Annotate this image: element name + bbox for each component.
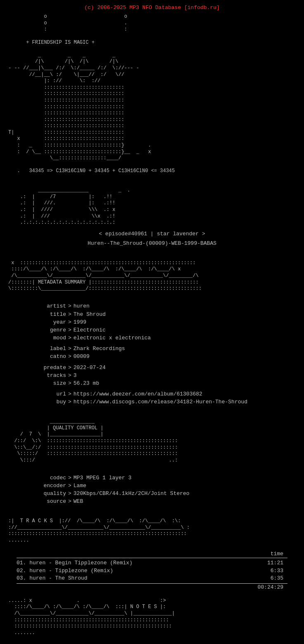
meta-val-mood: electronic x electronica [74, 334, 151, 342]
meta-val-artist: huren [74, 303, 90, 310]
meta-row-size: size > 56.23 mb [33, 380, 296, 387]
meta-key-codec: codec [33, 474, 66, 482]
meta-val-genre: Electronic [74, 327, 106, 334]
meta-row-genre: genre > Electronic [33, 327, 296, 334]
meta-val-label: Zhark Recordings [74, 345, 125, 353]
meta-key-catno: catno [33, 353, 66, 360]
episode-line: < episode#40961 | star lavender > [8, 230, 296, 238]
meta-val-encoder: Lame [74, 482, 86, 490]
meta-val-size: 56.23 mb [74, 380, 99, 387]
meta-key-year: year [33, 319, 66, 326]
meta-key-artist: artist [33, 303, 66, 310]
meta-val-year: 1999 [74, 319, 86, 326]
meta-key-quality: quality [33, 490, 66, 497]
tracks-total: 00:24:29 [17, 583, 287, 591]
metadata-block: artist > huren title > The Shroud year >… [33, 303, 296, 406]
meta-row-title: title > The Shroud [33, 311, 296, 318]
track-time-1: 11:21 [267, 559, 287, 567]
tracks-banner: :| T R A C K S |:// /\____/\ :/\____/\ :… [8, 512, 296, 551]
meta-val-tracks: 3 [74, 372, 77, 379]
track-row-2: 02. huren - Tipplezone (Remix) 6:33 [17, 567, 287, 575]
meta-key-buy: buy [33, 398, 66, 406]
meta-val-predate: 2022-07-24 [74, 364, 106, 372]
meta-key-size: size [33, 380, 66, 387]
meta-key-source: source [33, 498, 66, 505]
tracks-container: time 01. huren - Begin Tipplezone (Remix… [8, 550, 296, 591]
meta-key-genre: genre [33, 327, 66, 334]
meta-val-buy: https://www.discogs.com/release/34182-Hu… [74, 398, 247, 406]
header-credit: (c) 2006-2025 MP3 NFO Database [infodb.r… [8, 4, 296, 12]
tracks-time-header: time [17, 550, 287, 558]
metadata-banner: x ::::::::::::::::::::::::::::::::::::::… [8, 253, 296, 298]
track-time-3: 6:35 [271, 575, 287, 582]
meta-row-quality: quality > 320Kbps/CBR/44.1kHz/2CH/Joint … [33, 490, 296, 497]
meta-key-mood: mood [33, 334, 66, 342]
ascii-art-top: o o o . : : + FRIENDSHIP IS MAGIC + _ _ … [8, 14, 296, 162]
meta-val-quality: 320Kbps/CBR/44.1kHz/2CH/Joint Stereo [74, 490, 190, 497]
meta-row-year: year > 1999 [33, 319, 296, 326]
meta-key-label: label [33, 345, 66, 353]
meta-key-tracks: tracks [33, 372, 66, 379]
meta-key-encoder: encoder [33, 482, 66, 490]
meta-row-url: url > https://www.deezer.com/en/album/61… [33, 391, 296, 398]
track-time-2: 6:33 [271, 567, 287, 575]
meta-row-tracks: tracks > 3 [33, 372, 296, 379]
meta-val-source: WEB [74, 498, 83, 505]
track-row-3: 03. huren - The Shroud 6:35 [17, 575, 287, 582]
meta-val-url: https://www.deezer.com/en/album/61303682 [74, 391, 202, 398]
track-row-1: 01. huren - Begin Tipplezone (Remix) 11:… [17, 559, 287, 567]
meta-row-source: source > WEB [33, 498, 296, 505]
meta-key-title: title [33, 311, 66, 318]
meta-val-catno: 00009 [74, 353, 90, 360]
meta-row-encoder: encoder > Lame [33, 482, 296, 490]
meta-key-predate: predate [33, 364, 66, 372]
quality-block: codec > MP3 MPEG 1 layer 3 encoder > Lam… [33, 474, 296, 506]
meta-row-artist: artist > huren [33, 303, 296, 310]
track-name-1: 01. huren - Begin Tipplezone (Remix) [17, 559, 133, 567]
meta-row-predate: predate > 2022-07-24 [33, 364, 296, 372]
meta-key-url: url [33, 391, 66, 398]
page-container: (c) 2006-2025 MP3 NFO Database [infodb.r… [8, 4, 296, 644]
ascii-art-mid: _________________ _ . .: | /7 |: .!! .: … [8, 181, 296, 226]
notes-banner: .....: x . :> ::::/\____/\ :/\____/\ :/\… [8, 591, 296, 643]
meta-val-codec: MP3 MPEG 1 layer 3 [74, 474, 131, 482]
qc-banner: _______________ | QUALITY CONTROL | / 7 … [8, 412, 296, 470]
track-name-2: 02. huren - Tipplezone (Remix) [17, 567, 113, 575]
meta-row-buy: buy > https://www.discogs.com/release/34… [33, 398, 296, 406]
release-title: Huren--The_Shroud-(00009)-WEB-1999-BABAS [8, 240, 296, 247]
track-name-3: 03. huren - The Shroud [17, 575, 88, 582]
meta-row-mood: mood > electronic x electronica [33, 334, 296, 342]
meta-val-title: The Shroud [74, 311, 106, 318]
meta-row-codec: codec > MP3 MPEG 1 layer 3 [33, 474, 296, 482]
meta-row-catno: catno > 00009 [33, 353, 296, 360]
meta-row-label: label > Zhark Recordings [33, 345, 296, 353]
ascii-formula: . 34345 => C13H16ClN0 + 34345 + C13H16Cl… [8, 162, 296, 181]
